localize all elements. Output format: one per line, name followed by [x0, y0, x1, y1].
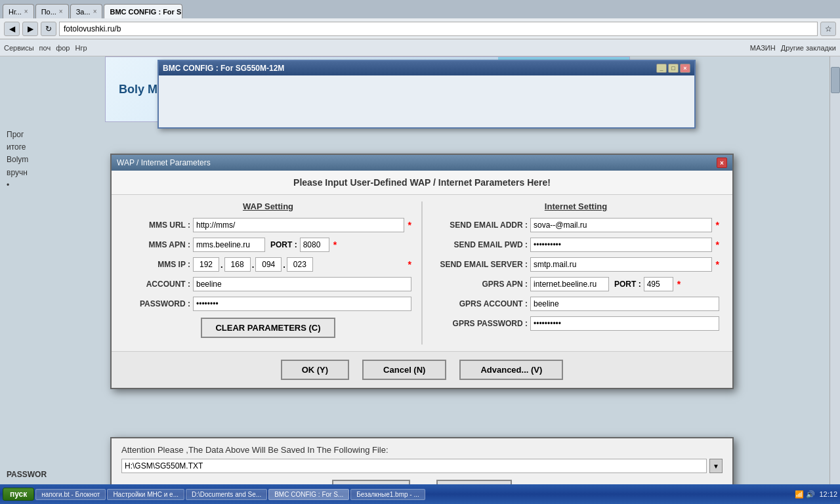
wap-body: WAP Setting MMS URL : * MMS APN : PORT :…	[112, 195, 732, 351]
bookmark-ngr[interactable]: Нгр	[75, 44, 87, 52]
wap-setting-section: WAP Setting MMS URL : * MMS APN : PORT :…	[118, 201, 418, 345]
save-button[interactable]: SAVE (Y)	[332, 480, 410, 484]
send-email-addr-required: *	[716, 220, 719, 230]
exit-button[interactable]: EXIT (N)	[436, 480, 512, 484]
gprs-apn-label: GPRS APN :	[432, 280, 528, 289]
password-side-label: PASSWOR	[7, 470, 47, 479]
password-input[interactable]	[193, 297, 411, 311]
gprs-apn-port-label: PORT :	[614, 280, 641, 289]
browser-window: Нг... × По... × За... × BMC CONFIG : For…	[0, 0, 840, 504]
mms-ip-2-input[interactable]	[224, 257, 251, 272]
bmc-config-window: BMC CONFIG : For SG550M-12M _ □ ×	[158, 60, 696, 129]
send-email-addr-label: SEND EMAIL ADDR :	[432, 220, 528, 230]
taskbar-item-1[interactable]: напоги.bt - Блокнот	[35, 489, 106, 500]
back-button[interactable]: ◀	[4, 22, 20, 36]
mms-apn-input[interactable]	[193, 238, 265, 252]
wap-close-button[interactable]: ×	[717, 158, 727, 168]
save-path-row: ▼	[121, 459, 723, 473]
send-email-pwd-input[interactable]	[530, 238, 712, 252]
wap-header-text: Please Input User-Defined WAP / Internet…	[112, 171, 732, 195]
wap-titlebar: WAP / Internet Parameters ×	[112, 155, 732, 171]
save-path-dropdown[interactable]: ▼	[709, 459, 723, 473]
tab-1-close[interactable]: ×	[24, 8, 28, 15]
account-input[interactable]	[193, 277, 411, 291]
left-text-1: Прог	[7, 129, 28, 141]
tab-2-close[interactable]: ×	[59, 8, 63, 15]
bookmark-mazin[interactable]: МАЗИН	[750, 44, 776, 52]
password-label: PASSWORD :	[125, 299, 190, 308]
mms-url-input[interactable]	[193, 218, 404, 232]
bmc-window-title: BMC CONFIG : For SG550M-12M	[163, 64, 284, 73]
bookmark-services[interactable]: Сервисы	[4, 44, 34, 52]
advanced-button[interactable]: Advanced... (V)	[459, 360, 563, 380]
mms-apn-port-input[interactable]	[300, 238, 329, 252]
tab-3-close[interactable]: ×	[93, 8, 97, 15]
tab-2[interactable]: По... ×	[35, 4, 69, 18]
scrollbar-thumb[interactable]	[831, 67, 840, 93]
ip-dot-1: .	[220, 260, 223, 270]
mms-ip-row: MMS IP : . . . *	[125, 257, 411, 272]
internet-section-title: Internet Setting	[432, 201, 719, 211]
send-email-addr-input[interactable]	[530, 218, 712, 232]
bookmark-forum[interactable]: фор	[56, 44, 70, 52]
send-email-pwd-required: *	[716, 240, 719, 250]
mms-ip-3-input[interactable]	[255, 257, 282, 272]
minimize-button[interactable]: _	[656, 64, 667, 73]
browser-content: Boly Media Communications Co., Ltd. (BMC…	[0, 56, 840, 484]
maximize-button[interactable]: □	[668, 64, 679, 73]
taskbar: пуск напоги.bt - Блокнот Настройки МНС и…	[0, 484, 840, 504]
mms-url-label: MMS URL :	[125, 220, 190, 230]
gprs-apn-required: *	[677, 279, 681, 289]
password-row: PASSWORD :	[125, 297, 411, 311]
cancel-button[interactable]: Cancel (N)	[362, 360, 446, 380]
tab-4[interactable]: BMC CONFIG : For S... ×	[104, 4, 182, 18]
gprs-apn-port-input[interactable]	[644, 277, 673, 291]
taskbar-item-3[interactable]: D:\Documents and Se...	[186, 489, 267, 500]
mms-ip-4-input[interactable]	[287, 257, 313, 272]
gprs-password-input[interactable]	[530, 316, 719, 331]
wap-section-title: WAP Setting	[125, 201, 411, 211]
forward-button[interactable]: ▶	[22, 22, 38, 36]
gprs-apn-input[interactable]	[530, 277, 609, 291]
clear-parameters-button[interactable]: CLEAR PARAMETERS (C)	[201, 318, 335, 338]
save-path-input[interactable]	[121, 459, 707, 473]
gprs-password-row: GPRS PASSWORD :	[432, 316, 719, 331]
mms-ip-1-input[interactable]	[193, 257, 219, 272]
save-dialog: Attention Please ,The Data Above Will Be…	[110, 437, 734, 484]
gprs-account-row: GPRS ACCOUNT :	[432, 297, 719, 311]
tab-1[interactable]: Нг... ×	[3, 4, 34, 18]
send-email-addr-row: SEND EMAIL ADDR : *	[432, 218, 719, 232]
save-buttons: SAVE (Y) EXIT (N)	[121, 480, 723, 484]
scrollbar[interactable]	[830, 56, 840, 484]
tab-1-label: Нг...	[9, 8, 22, 16]
ok-button[interactable]: OK (Y)	[281, 360, 349, 380]
tab-3[interactable]: За... ×	[70, 4, 103, 18]
star-button[interactable]: ☆	[820, 22, 836, 36]
send-email-pwd-row: SEND EMAIL PWD : *	[432, 238, 719, 252]
tab-2-label: По...	[41, 8, 56, 16]
bmc-close-button[interactable]: ×	[680, 64, 690, 73]
mms-ip-fields: . . .	[193, 257, 404, 272]
taskbar-item-5[interactable]: Безалкные1.bmp - ...	[350, 489, 425, 500]
taskbar-time: 12:12	[819, 490, 837, 498]
account-row: ACCOUNT :	[125, 277, 411, 291]
send-email-server-row: SEND EMAIL SERVER : *	[432, 257, 719, 272]
send-email-server-input[interactable]	[530, 257, 712, 272]
left-text-3: Bolym	[7, 154, 28, 166]
mms-apn-port-label: PORT :	[270, 240, 297, 249]
tab-4-label: BMC CONFIG : For S...	[110, 8, 182, 16]
bookmark-mail[interactable]: поч	[39, 44, 51, 52]
mms-apn-required: *	[333, 240, 337, 250]
left-text-2: итоге	[7, 141, 28, 154]
taskbar-item-4[interactable]: BMC CONFIG : For S...	[268, 489, 349, 500]
left-panel: Прог итоге Bolym вручн •	[7, 129, 28, 192]
tab-3-label: За...	[76, 8, 91, 16]
bmc-window-controls: _ □ ×	[656, 64, 690, 73]
address-bar[interactable]	[59, 22, 818, 36]
ip-dot-2: .	[252, 260, 255, 270]
start-button[interactable]: пуск	[3, 488, 34, 501]
gprs-account-input[interactable]	[530, 297, 719, 311]
refresh-button[interactable]: ↻	[41, 22, 56, 36]
taskbar-item-2[interactable]: Настройки МНС и е...	[107, 489, 184, 500]
other-bookmarks[interactable]: Другие закладки	[781, 44, 836, 52]
